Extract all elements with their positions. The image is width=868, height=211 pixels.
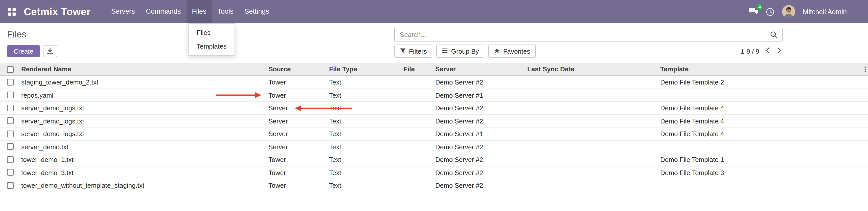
- favorites-button[interactable]: Favorites: [489, 44, 536, 58]
- cell-last-sync-date: [525, 76, 658, 88]
- search-box: [394, 28, 782, 41]
- col-header-last-sync-date[interactable]: Last Sync Date: [525, 63, 658, 76]
- col-header-file[interactable]: File: [401, 63, 433, 76]
- row-checkbox[interactable]: [7, 144, 14, 150]
- cell-rendered-name: server_demo.txt: [19, 141, 267, 153]
- row-checkbox-cell: [0, 153, 19, 166]
- chevron-left-icon: [765, 47, 770, 55]
- cell-template: Demo File Template 4: [658, 102, 862, 114]
- col-header-rendered-name[interactable]: Rendered Name: [19, 63, 267, 76]
- create-button[interactable]: Create: [7, 45, 40, 57]
- cell-rendered-name: tower_demo_without_template_staging.txt: [19, 179, 267, 191]
- cell-template: [658, 141, 862, 153]
- menu-servers[interactable]: Servers: [106, 0, 140, 23]
- row-checkbox[interactable]: [7, 118, 14, 124]
- cell-file: [401, 102, 433, 114]
- pager-range: 1-9 / 9: [741, 47, 759, 55]
- cell-rendered-name: repos.yaml: [19, 89, 267, 101]
- cell-source: Tower: [267, 153, 327, 166]
- search-icon[interactable]: [770, 31, 778, 41]
- row-checkbox-cell: [0, 115, 19, 127]
- main-menu: Servers Commands Files Tools Settings: [106, 0, 275, 23]
- cell-rendered-name: tower_demo_1.txt: [19, 153, 267, 166]
- row-checkbox-cell: [0, 102, 19, 114]
- row-checkbox[interactable]: [7, 156, 14, 163]
- cell-last-sync-date: [525, 127, 658, 140]
- cell-file: [401, 89, 433, 101]
- apps-grid-icon[interactable]: [6, 6, 18, 18]
- cell-file-type: Text: [327, 141, 401, 153]
- row-checkbox[interactable]: [7, 169, 14, 176]
- menu-commands[interactable]: Commands: [140, 0, 186, 23]
- menu-files[interactable]: Files: [186, 0, 212, 23]
- row-checkbox[interactable]: [7, 105, 14, 111]
- row-end-spacer: [862, 153, 868, 166]
- activities-clock-icon[interactable]: [766, 7, 774, 16]
- dropdown-item-files[interactable]: Files: [189, 26, 235, 39]
- row-end-spacer: [862, 141, 868, 153]
- menu-tools[interactable]: Tools: [212, 0, 239, 23]
- app-root: Cetmix Tower Servers Commands Files Tool…: [0, 0, 868, 211]
- table-row[interactable]: tower_demo_1.txtTowerTextDemo Server #2D…: [0, 153, 868, 166]
- cell-source: Server: [267, 102, 327, 114]
- col-header-file-type[interactable]: File Type: [327, 63, 401, 76]
- table-row[interactable]: tower_demo_without_template_staging.txtT…: [0, 179, 868, 192]
- cell-server: Demo Server #2: [433, 179, 525, 191]
- pager-previous-button[interactable]: [764, 46, 771, 56]
- messages-icon[interactable]: 4: [748, 8, 758, 16]
- cell-last-sync-date: [525, 115, 658, 127]
- search-input[interactable]: [395, 28, 782, 41]
- files-list-table: Rendered Name Source File Type File Serv…: [0, 63, 868, 192]
- table-row[interactable]: staging_tower_demo_2.txtTowerTextDemo Se…: [0, 76, 868, 89]
- row-end-spacer: [862, 102, 868, 114]
- row-checkbox[interactable]: [7, 130, 14, 137]
- table-row[interactable]: server_demo.txtServerTextDemo Server #2: [0, 141, 868, 153]
- cell-last-sync-date: [525, 141, 658, 153]
- table-row[interactable]: server_demo_logs.txtServerTextDemo Serve…: [0, 102, 868, 115]
- cell-server: Demo Server #2: [433, 166, 525, 179]
- menu-settings[interactable]: Settings: [239, 0, 275, 23]
- table-row[interactable]: server_demo_logs.txtServerTextDemo Serve…: [0, 115, 868, 127]
- optional-columns-icon[interactable]: ⋮: [862, 65, 868, 73]
- cell-source: Tower: [267, 89, 327, 101]
- export-button[interactable]: [43, 45, 57, 57]
- select-all-checkbox[interactable]: [7, 66, 14, 72]
- group-by-label: Group By: [451, 47, 479, 55]
- filters-button[interactable]: Filters: [394, 44, 432, 58]
- cell-last-sync-date: [525, 102, 658, 114]
- cell-source: Server: [267, 141, 327, 153]
- cell-file-type: Text: [327, 179, 401, 191]
- cell-source: Server: [267, 115, 327, 127]
- table-row[interactable]: server_demo_logs.txtServerTextDemo Serve…: [0, 127, 868, 141]
- col-header-server[interactable]: Server: [433, 63, 525, 76]
- pager-next-button[interactable]: [776, 46, 782, 56]
- cell-server: Demo Server #2: [433, 76, 525, 88]
- col-header-source[interactable]: Source: [267, 63, 327, 76]
- brand-title[interactable]: Cetmix Tower: [24, 6, 91, 18]
- group-by-icon: [442, 47, 448, 55]
- user-name[interactable]: Mitchell Admin: [803, 8, 847, 16]
- chevron-right-icon: [777, 47, 781, 55]
- group-by-button[interactable]: Group By: [437, 44, 485, 58]
- dropdown-item-templates[interactable]: Templates: [189, 39, 235, 53]
- optional-columns-cell: ⋮: [862, 63, 868, 76]
- avatar[interactable]: [782, 5, 795, 18]
- table-row[interactable]: repos.yamlTowerTextDemo Server #1: [0, 89, 868, 102]
- control-panel-right: Filters Group By Favorites: [394, 28, 782, 58]
- cell-server: Demo Server #2: [433, 153, 525, 166]
- row-checkbox-cell: [0, 89, 19, 101]
- table-row[interactable]: tower_demo_3.txtTowerTextDemo Server #2D…: [0, 166, 868, 179]
- row-checkbox-cell: [0, 127, 19, 140]
- cell-server: Demo Server #1: [433, 89, 525, 101]
- cell-template: [658, 179, 862, 191]
- cell-file-type: Text: [327, 166, 401, 179]
- filter-funnel-icon: [400, 47, 406, 55]
- table-header: Rendered Name Source File Type File Serv…: [0, 63, 868, 76]
- row-checkbox-cell: [0, 179, 19, 191]
- row-checkbox[interactable]: [7, 182, 14, 189]
- row-checkbox[interactable]: [7, 92, 14, 98]
- cell-template: Demo File Template 4: [658, 127, 862, 140]
- cell-last-sync-date: [525, 89, 658, 101]
- row-checkbox[interactable]: [7, 79, 14, 86]
- col-header-template[interactable]: Template: [658, 63, 862, 76]
